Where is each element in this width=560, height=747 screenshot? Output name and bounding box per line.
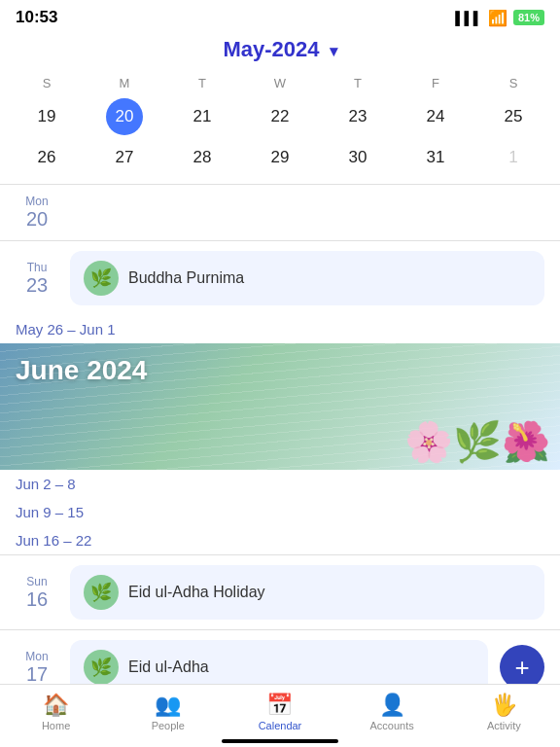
day-header-mon: M: [86, 74, 163, 92]
cal-day-20[interactable]: 20: [106, 98, 143, 135]
event-row-sun16[interactable]: Sun 16 🌿 Eid ul-Adha Holiday: [0, 555, 560, 629]
status-bar: 10:53 ▌▌▌ 📶 81%: [0, 0, 560, 31]
nav-activity-label: Activity: [487, 720, 521, 731]
day-name-mon20: Mon: [25, 195, 48, 208]
people-icon: 👥: [155, 693, 181, 718]
nav-people-label: People: [152, 720, 185, 731]
event-icon-eid-holiday: 🌿: [84, 575, 119, 610]
event-card-eid-holiday[interactable]: 🌿 Eid ul-Adha Holiday: [70, 565, 544, 620]
cal-day-24[interactable]: 24: [417, 98, 454, 135]
cal-day-29[interactable]: 29: [262, 139, 298, 176]
cal-day-23[interactable]: 23: [339, 98, 376, 135]
calendar-header: May-2024 ▾: [0, 31, 560, 70]
home-icon: 🏠: [43, 693, 69, 718]
date-badge-thu23: Thu 23: [16, 261, 58, 297]
june-week-ranges: Jun 2 – 8 Jun 9 – 15 Jun 16 – 22: [0, 470, 560, 554]
week-range-jun2-8[interactable]: Jun 2 – 8: [0, 470, 560, 498]
date-badge-mon17: Mon 17: [16, 650, 58, 686]
day-header-fri: F: [397, 74, 474, 92]
week-range-jun9-15[interactable]: Jun 9 – 15: [0, 498, 560, 526]
day-header-wed: W: [241, 74, 319, 92]
calendar-grid: 19 20 21 22 23 24 25 26 27 28 29 30 31 1: [0, 96, 560, 184]
june-banner-title: June 2024: [16, 355, 147, 386]
event-row-thu23[interactable]: Thu 23 🌿 Buddha Purnima: [0, 241, 560, 315]
event-title-buddha: Buddha Purnima: [128, 269, 244, 287]
month-chevron-icon[interactable]: ▾: [330, 43, 337, 59]
day-num-sun16: 16: [26, 588, 48, 611]
cal-day-28[interactable]: 28: [184, 139, 221, 176]
day-num-mon20: 20: [26, 208, 48, 231]
event-icon-buddha: 🌿: [84, 261, 119, 296]
status-time: 10:53: [16, 8, 57, 27]
nav-home[interactable]: 🏠 Home: [27, 693, 86, 731]
event-card-buddha-purnima[interactable]: 🌿 Buddha Purnima: [70, 251, 544, 305]
battery-icon: 81%: [513, 10, 544, 25]
june-banner: June 2024: [0, 343, 560, 470]
cal-day-1-jun[interactable]: 1: [495, 139, 532, 176]
home-indicator: [222, 739, 338, 743]
cal-day-19[interactable]: 19: [28, 98, 65, 135]
june-banner-bg: June 2024: [0, 343, 560, 470]
cal-day-25[interactable]: 25: [495, 98, 532, 135]
event-icon-eid: 🌿: [84, 650, 119, 685]
nav-activity[interactable]: 🖐 Activity: [474, 693, 533, 731]
nav-accounts-label: Accounts: [370, 720, 414, 731]
nav-calendar[interactable]: 📅 Calendar: [251, 693, 309, 731]
day-header-sat: S: [474, 74, 552, 92]
cal-day-22[interactable]: 22: [262, 98, 298, 135]
fab-plus-icon: +: [514, 653, 529, 683]
day-name-thu23: Thu: [27, 261, 48, 274]
cal-day-30[interactable]: 30: [339, 139, 376, 176]
signal-icon: ▌▌▌: [455, 11, 482, 25]
event-title-eid: Eid ul-Adha: [128, 658, 209, 676]
event-title-eid-holiday: Eid ul-Adha Holiday: [128, 584, 265, 601]
nav-people[interactable]: 👥 People: [139, 693, 197, 731]
cal-day-21[interactable]: 21: [184, 98, 221, 135]
calendar-icon: 📅: [266, 693, 293, 718]
week-range-may26-jun1[interactable]: May 26 – Jun 1: [0, 315, 560, 343]
day-headers: S M T W T F S: [0, 70, 560, 96]
date-badge-mon20: Mon 20: [16, 195, 58, 231]
nav-home-label: Home: [42, 720, 70, 731]
day-name-mon17: Mon: [25, 650, 48, 663]
day-num-mon17: 17: [26, 663, 48, 686]
cal-day-26[interactable]: 26: [28, 139, 65, 176]
cal-day-27[interactable]: 27: [106, 139, 143, 176]
day-header-sun: S: [8, 74, 86, 92]
accounts-icon: 👤: [379, 693, 405, 718]
wifi-icon: 📶: [488, 9, 508, 27]
event-row-mon20: Mon 20: [0, 185, 560, 240]
status-icons: ▌▌▌ 📶 81%: [455, 9, 544, 27]
nav-calendar-label: Calendar: [259, 720, 302, 731]
month-title[interactable]: May-2024 ▾: [223, 37, 336, 61]
day-header-tue: T: [163, 74, 241, 92]
week-range-jun16-22[interactable]: Jun 16 – 22: [0, 526, 560, 554]
day-name-sun16: Sun: [26, 575, 47, 588]
nav-accounts[interactable]: 👤 Accounts: [363, 693, 421, 731]
day-header-thu: T: [319, 74, 397, 92]
date-badge-sun16: Sun 16: [16, 575, 58, 611]
activity-icon: 🖐: [491, 693, 517, 718]
cal-day-31[interactable]: 31: [417, 139, 454, 176]
day-num-thu23: 23: [26, 274, 48, 297]
